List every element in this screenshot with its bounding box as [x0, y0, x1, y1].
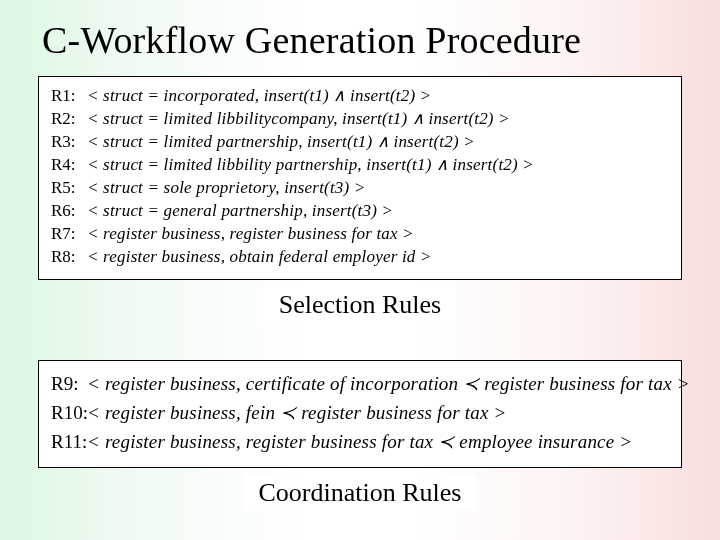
rule-expr: < register business, fein ≺ register bus…	[87, 398, 507, 427]
rule-expr: < struct = sole proprietory, insert(t3) …	[87, 177, 366, 200]
rule-row: R11: < register business, register busin…	[51, 427, 669, 456]
rule-expr: < struct = general partnership, insert(t…	[87, 200, 393, 223]
rule-row: R5: < struct = sole proprietory, insert(…	[51, 177, 669, 200]
rule-row: R10: < register business, fein ≺ registe…	[51, 398, 669, 427]
rule-row: R4: < struct = limited libbility partner…	[51, 154, 669, 177]
rule-label: R4:	[51, 154, 87, 177]
page-title: C-Workflow Generation Procedure	[0, 0, 720, 62]
rule-expr: < struct = limited libbility partnership…	[87, 154, 534, 177]
rule-label: R10:	[51, 398, 87, 427]
rule-row: R6: < struct = general partnership, inse…	[51, 200, 669, 223]
selection-rules-box: R1: < struct = incorporated, insert(t1) …	[38, 76, 682, 280]
rule-expr: < struct = limited partnership, insert(t…	[87, 131, 475, 154]
coordination-rules-caption: Coordination Rules	[243, 476, 478, 510]
rule-label: R8:	[51, 246, 87, 269]
rule-label: R5:	[51, 177, 87, 200]
rule-label: R7:	[51, 223, 87, 246]
rule-label: R3:	[51, 131, 87, 154]
rule-label: R11:	[51, 427, 87, 456]
rule-row: R8: < register business, obtain federal …	[51, 246, 669, 269]
rule-expr: < struct = limited libbilitycompany, ins…	[87, 108, 510, 131]
rule-label: R1:	[51, 85, 87, 108]
coordination-rules-box: R9: < register business, certificate of …	[38, 360, 682, 468]
selection-rules-caption: Selection Rules	[263, 288, 457, 322]
rule-row: R2: < struct = limited libbilitycompany,…	[51, 108, 669, 131]
rule-expr: < register business, obtain federal empl…	[87, 246, 432, 269]
rule-label: R9:	[51, 369, 87, 398]
rule-label: R6:	[51, 200, 87, 223]
rule-expr: < register business, register business f…	[87, 223, 414, 246]
rule-row: R9: < register business, certificate of …	[51, 369, 669, 398]
rule-row: R7: < register business, register busine…	[51, 223, 669, 246]
rule-expr: < register business, register business f…	[87, 427, 632, 456]
rule-expr: < struct = incorporated, insert(t1) ∧ in…	[87, 85, 431, 108]
rule-expr: < register business, certificate of inco…	[87, 369, 690, 398]
rule-row: R3: < struct = limited partnership, inse…	[51, 131, 669, 154]
rule-label: R2:	[51, 108, 87, 131]
rule-row: R1: < struct = incorporated, insert(t1) …	[51, 85, 669, 108]
